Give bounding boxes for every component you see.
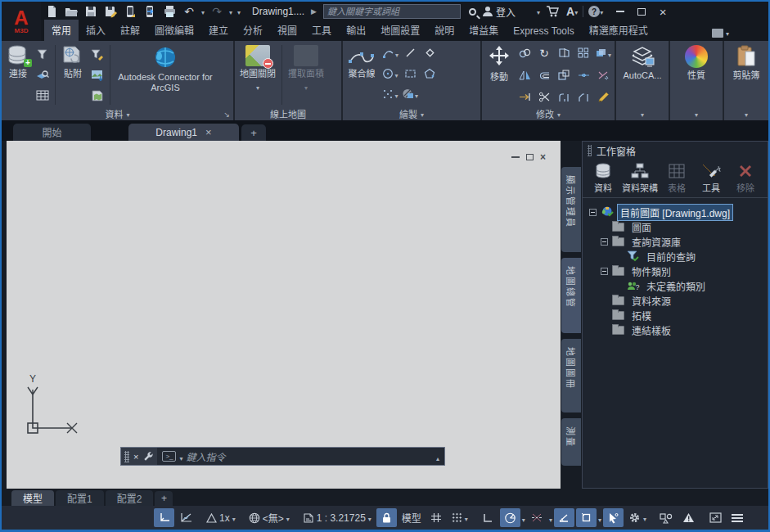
tab-tools[interactable]: 工具 [304,20,339,41]
tab-insert[interactable]: 插入 [79,20,113,41]
filter-button[interactable] [33,46,52,63]
panel-label-properties[interactable] [670,106,723,120]
array-button[interactable] [574,44,593,61]
object-snap-tracking-toggle[interactable] [527,508,547,527]
close-button[interactable]: × [654,4,672,19]
customization-menu-button[interactable] [727,508,748,527]
open-file-button[interactable] [64,4,79,19]
circle-button[interactable] [380,65,400,82]
collapse-icon[interactable] [601,268,608,275]
search-input[interactable] [327,7,457,16]
tab-analyze[interactable]: 分析 [236,20,270,41]
isolate-objects-button[interactable] [656,508,677,527]
drawing-close-icon[interactable]: × [540,151,546,163]
osnap-dropdown[interactable] [598,511,601,525]
save-as-button[interactable] [103,4,118,19]
application-menu-button[interactable]: A M3D [2,2,41,41]
properties-button[interactable]: 性質 [682,43,711,106]
settings-button[interactable] [625,508,650,527]
extend-button[interactable] [515,88,534,106]
app-store-button[interactable] [545,4,560,19]
panel-label-data[interactable]: 資料 ↘ [2,106,233,120]
points-button[interactable] [380,85,400,102]
redo-button[interactable]: ↷ [209,4,224,19]
layout-tab-model[interactable]: 模型 [11,490,54,506]
collapse-icon[interactable] [601,238,608,246]
tab-output[interactable]: 輸出 [339,20,373,41]
tab-feature-edit[interactable]: 圖徵編輯 [147,20,201,41]
offset-button[interactable] [534,66,554,83]
title-expand-arrow[interactable]: ▶ [311,7,317,16]
map-off-button[interactable]: 地圖關閉 [236,43,279,106]
maximize-button[interactable] [633,4,651,19]
tab-featured-apps[interactable]: 精選應用程式 [582,20,655,41]
command-input-area[interactable]: >_ 鍵入指令 [157,448,444,465]
connect-button[interactable]: + 連接 [3,43,33,106]
redo-dropdown[interactable] [229,6,232,17]
tree-item-object-classes[interactable]: 物件類別 [586,264,764,278]
recent-commands-dropdown[interactable] [179,449,182,464]
model-space-toggle[interactable] [154,508,174,527]
tab-map-setup[interactable]: 地圖設置 [373,20,427,41]
line-button[interactable] [400,44,420,61]
insert-image-button[interactable] [88,66,107,83]
panel-label-modify[interactable]: 修改 [482,106,615,120]
geo-location-button[interactable]: <無> [245,508,293,527]
clean-screen-button[interactable] [705,508,726,527]
account-dropdown[interactable] [537,6,540,17]
tree-item-drawings[interactable]: 圖面 [586,219,764,234]
new-file-button[interactable] [44,4,59,19]
annotation-monitor-button[interactable] [678,508,699,527]
taskpane-tools-button[interactable]: 工具 [696,163,727,194]
fillet-button[interactable] [554,88,574,106]
edit-pencil-button[interactable] [593,88,613,106]
clipboard-button[interactable]: 剪貼簿 [730,43,763,106]
scale-lock-toggle[interactable] [376,508,397,527]
side-tab-display-manager[interactable]: 顯示管理員 [561,167,581,252]
taskpane-data-button[interactable]: 資料 [588,163,619,194]
viewport-scale-button[interactable]: 1 : 3.21725 [299,508,375,527]
autodesk-dropdown[interactable] [574,6,578,17]
tree-item-topologies[interactable]: 拓樸 [586,308,764,322]
open-from-web-button[interactable] [142,4,157,19]
tab-home[interactable]: 常用 [44,20,79,41]
copy-button[interactable] [515,44,534,61]
autocad-layers-button[interactable]: AutoCA... [619,43,664,106]
command-bar-close-icon[interactable]: × [133,452,138,462]
qat-customize-dropdown[interactable] [237,6,241,17]
publish-mobile-button[interactable] [123,4,137,19]
selection-cycling-toggle[interactable] [603,508,624,527]
panel-label-clipboard[interactable] [724,106,768,120]
annotation-scale-button[interactable]: 1x [203,508,239,527]
otrack-dropdown[interactable] [549,511,552,525]
drawing-minimize-icon[interactable] [511,156,520,158]
rectangle-button[interactable] [400,65,420,82]
polygon-button[interactable] [420,65,439,82]
chamfer-button[interactable] [574,88,593,106]
command-history-toggle[interactable] [436,449,439,464]
collapse-icon[interactable] [589,209,597,216]
grid-display-toggle[interactable] [426,508,447,527]
tab-annotate[interactable]: 註解 [113,20,147,41]
side-tab-map-explorer[interactable]: 地圖總管 [561,258,581,333]
panel-launcher-icon[interactable]: ↘ [223,110,230,119]
scale-button[interactable] [554,66,574,83]
help-dropdown[interactable] [600,6,603,17]
side-tab-map-book[interactable]: 地圖圖冊 [561,339,581,413]
command-input-placeholder[interactable]: 鍵入指令 [186,449,433,463]
search-data-button[interactable] [33,66,52,83]
rotate-button[interactable]: ↻ [534,44,554,61]
model-paper-toggle[interactable]: 模型 [399,508,425,527]
arcgis-connector-button[interactable]: Autodesk Connector for ArcGIS [113,43,218,106]
undo-dropdown[interactable] [201,6,205,17]
ribbon-display-toggle[interactable] [712,27,729,38]
polar-tracking-toggle[interactable] [500,508,520,527]
object-snap-toggle[interactable] [576,508,597,527]
customize-wrench-icon[interactable] [142,451,154,462]
hatch-button[interactable] [400,85,420,102]
blend-button[interactable] [593,66,613,83]
drawing-grid-toggle[interactable] [176,508,196,527]
attach-button[interactable]: 貼附 [58,43,88,106]
trim-button[interactable] [534,88,554,106]
map-document-button[interactable] [88,87,107,104]
